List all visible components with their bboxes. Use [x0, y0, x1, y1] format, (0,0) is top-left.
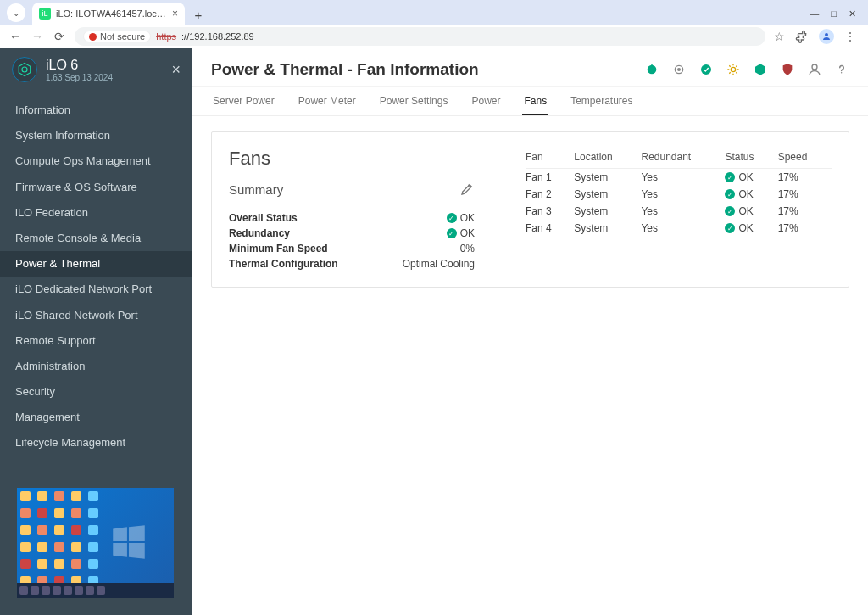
- summary-key: Thermal Configuration: [229, 258, 403, 270]
- tab-item[interactable]: Power: [470, 87, 502, 115]
- edit-icon[interactable]: [459, 182, 475, 197]
- sidebar-item[interactable]: iLO Dedicated Network Port: [0, 277, 192, 302]
- table-row: Fan 3SystemYes OK17%: [526, 203, 832, 220]
- remote-console-thumbnail[interactable]: [17, 488, 174, 598]
- cell-speed: 17%: [778, 169, 832, 187]
- summary-key: Redundancy: [229, 227, 447, 239]
- profile-avatar-icon[interactable]: [819, 29, 834, 44]
- svg-rect-4: [651, 64, 652, 68]
- tab-item[interactable]: Power Meter: [297, 87, 358, 115]
- product-version: 1.63 Sep 13 2024: [46, 73, 113, 82]
- summary-row: Thermal ConfigurationOptimal Cooling: [229, 256, 475, 271]
- cell-speed: 17%: [778, 186, 832, 203]
- user-menu-icon[interactable]: [807, 62, 822, 77]
- sidebar-item[interactable]: System Information: [0, 123, 192, 148]
- sidebar-item[interactable]: iLO Federation: [0, 200, 192, 226]
- table-row: Fan 1SystemYes OK17%: [526, 169, 832, 187]
- window-close-button[interactable]: ✕: [849, 8, 856, 20]
- health-status-icon[interactable]: [698, 62, 714, 77]
- sidebar-item[interactable]: Information: [0, 98, 192, 123]
- not-secure-icon: [89, 33, 97, 41]
- sidebar-item[interactable]: iLO Shared Network Port: [0, 303, 192, 328]
- sidebar-nav: InformationSystem InformationCompute Ops…: [0, 92, 192, 456]
- summary-row: Minimum Fan Speed0%: [229, 241, 475, 256]
- sidebar: iLO 6 1.63 Sep 13 2024 × InformationSyst…: [0, 48, 192, 615]
- nav-reload-button[interactable]: ⟳: [53, 30, 66, 43]
- cell-redundant: Yes: [641, 220, 725, 237]
- app-root: iLO 6 1.63 Sep 13 2024 × InformationSyst…: [0, 48, 868, 615]
- nav-forward-button[interactable]: →: [31, 30, 44, 43]
- sidebar-item[interactable]: Lifecycle Management: [0, 430, 192, 456]
- sidebar-collapse-button[interactable]: ×: [171, 61, 181, 79]
- table-row: Fan 2SystemYes OK17%: [526, 186, 832, 203]
- browser-tabbar: ⌄ iL iLO: ILOTWA461457.localdomai × + — …: [0, 0, 868, 25]
- cell-location: System: [574, 203, 641, 220]
- window-controls: — □ ✕: [810, 8, 868, 25]
- summary-value: OK: [447, 227, 475, 239]
- svg-marker-1: [19, 64, 31, 76]
- summary-value: OK: [447, 212, 475, 224]
- cell-status: OK: [725, 169, 777, 186]
- extensions-icon[interactable]: [795, 30, 809, 43]
- cell-fan: Fan 1: [526, 169, 574, 187]
- sidebar-item[interactable]: Remote Console & Media: [0, 226, 192, 251]
- summary-row: Overall Status OK: [229, 210, 475, 226]
- uid-status-icon[interactable]: [671, 62, 687, 77]
- summary-value: Optimal Cooling: [403, 258, 475, 270]
- bookmark-star-icon[interactable]: ☆: [774, 30, 785, 43]
- power-status-icon[interactable]: [644, 62, 659, 77]
- security-status-icon[interactable]: [780, 62, 795, 77]
- main-content: Power & Thermal - Fan Information Server…: [192, 48, 868, 615]
- table-header: Redundant: [641, 148, 725, 169]
- nav-back-button[interactable]: ←: [8, 30, 22, 43]
- ok-status-icon: [725, 172, 735, 182]
- cell-redundant: Yes: [641, 203, 725, 220]
- sidebar-item[interactable]: Firmware & OS Software: [0, 175, 192, 200]
- table-header: Speed: [778, 148, 832, 169]
- cell-fan: Fan 2: [526, 186, 574, 203]
- aggregate-health-icon[interactable]: [753, 62, 768, 77]
- cell-status: OK: [725, 220, 777, 237]
- tab-item[interactable]: Fans: [522, 87, 548, 115]
- component-status-icon[interactable]: [726, 62, 741, 77]
- browser-tab[interactable]: iL iLO: ILOTWA461457.localdomai ×: [32, 3, 185, 25]
- tab-search-button[interactable]: ⌄: [7, 3, 25, 22]
- cell-speed: 17%: [778, 220, 832, 237]
- window-maximize-button[interactable]: □: [831, 8, 837, 20]
- sidebar-item[interactable]: Compute Ops Management: [0, 148, 192, 174]
- ok-status-icon: [447, 213, 457, 223]
- windows-logo-icon: [108, 520, 150, 562]
- tab-favicon-icon: iL: [39, 8, 51, 20]
- sidebar-item[interactable]: Remote Support: [0, 328, 192, 354]
- sidebar-item[interactable]: Administration: [0, 354, 192, 379]
- table-header: Location: [574, 148, 641, 169]
- browser-addressbar: ← → ⟳ Not secure https://192.168.252.89 …: [0, 25, 868, 48]
- url-input[interactable]: Not secure https://192.168.252.89: [75, 27, 765, 46]
- summary-column: Fans Summary Overall Status OKRedundancy…: [229, 148, 475, 271]
- new-tab-button[interactable]: +: [190, 8, 207, 25]
- tab-item[interactable]: Server Power: [211, 87, 276, 115]
- tab-item[interactable]: Power Settings: [378, 87, 450, 115]
- url-scheme: https: [156, 31, 176, 42]
- tab-close-icon[interactable]: ×: [172, 8, 178, 20]
- fans-panel: Fans Summary Overall Status OKRedundancy…: [211, 131, 849, 288]
- sidebar-header: iLO 6 1.63 Sep 13 2024 ×: [0, 48, 192, 92]
- page-title: Power & Thermal - Fan Information: [211, 60, 479, 79]
- panel-heading: Fans: [229, 148, 475, 170]
- sidebar-item[interactable]: Management: [0, 405, 192, 430]
- tab-title: iLO: ILOTWA461457.localdomai: [56, 8, 167, 19]
- browser-menu-button[interactable]: ⋮: [844, 30, 856, 43]
- window-minimize-button[interactable]: —: [810, 8, 819, 20]
- help-icon[interactable]: [834, 62, 849, 77]
- ok-status-icon: [725, 206, 735, 216]
- table-row: Fan 4SystemYes OK17%: [526, 220, 832, 237]
- sidebar-item[interactable]: Security: [0, 379, 192, 405]
- product-name: iLO 6: [46, 58, 113, 73]
- summary-key: Minimum Fan Speed: [229, 243, 460, 254]
- not-secure-chip[interactable]: Not secure: [83, 31, 151, 42]
- fan-table-column: FanLocationRedundantStatusSpeed Fan 1Sys…: [526, 148, 832, 271]
- sidebar-item[interactable]: Power & Thermal: [0, 251, 192, 277]
- tab-item[interactable]: Temperatures: [569, 87, 634, 115]
- page-header: Power & Thermal - Fan Information: [192, 48, 868, 87]
- cell-redundant: Yes: [641, 186, 725, 203]
